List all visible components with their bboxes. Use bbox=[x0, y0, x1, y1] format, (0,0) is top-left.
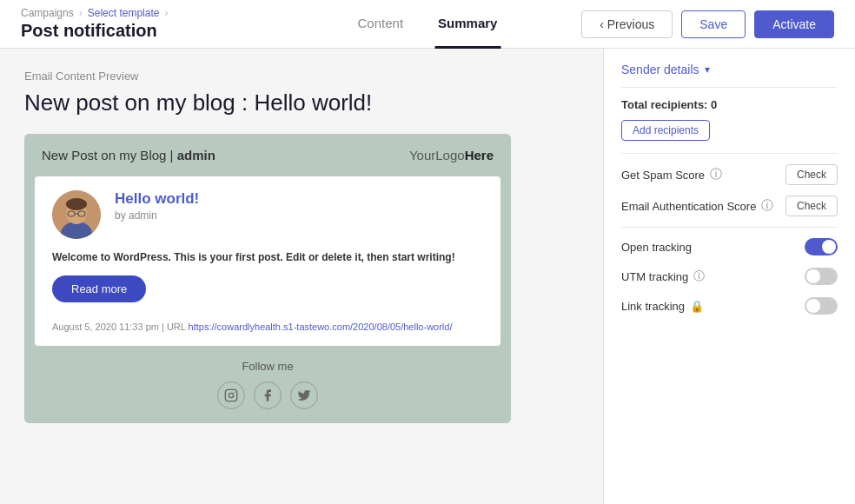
utm-tracking-label: UTM tracking ⓘ bbox=[621, 269, 705, 284]
top-actions: ‹ Previous Save Activate bbox=[581, 10, 834, 38]
spam-score-row: Get Spam Score ⓘ Check bbox=[621, 164, 838, 185]
social-icons bbox=[38, 381, 497, 409]
add-recipients-button[interactable]: Add recipients bbox=[621, 120, 710, 141]
save-button[interactable]: Save bbox=[681, 10, 746, 38]
avatar-svg bbox=[52, 190, 101, 239]
svg-point-9 bbox=[234, 392, 235, 393]
blog-title-plain: New Post on my Blog | bbox=[42, 148, 177, 162]
breadcrumb-campaigns[interactable]: Campaigns bbox=[21, 7, 74, 19]
post-meta-url-label: URL bbox=[167, 322, 186, 332]
instagram-icon[interactable] bbox=[217, 381, 245, 409]
auth-score-label-text: Email Authentication Score bbox=[621, 200, 756, 213]
link-tracking-toggle[interactable] bbox=[805, 297, 838, 315]
recipients-label: Total recipients: 0 bbox=[621, 98, 717, 111]
email-card: New Post on my Blog | admin YourLogoHere bbox=[24, 134, 511, 423]
top-nav: Campaigns › Select template › Post notif… bbox=[0, 0, 855, 49]
spam-score-label: Get Spam Score ⓘ bbox=[621, 167, 722, 182]
email-body: Hello world! by admin Welcome to WordPre… bbox=[35, 176, 500, 346]
open-tracking-toggle[interactable] bbox=[805, 238, 838, 255]
post-content-strong: Welcome to WordPress. This is your first… bbox=[52, 251, 455, 263]
email-subject: New post on my blog : Hello world! bbox=[24, 90, 579, 116]
spam-check-button[interactable]: Check bbox=[785, 164, 838, 185]
recipients-row: Total recipients: 0 bbox=[621, 98, 838, 111]
chevron-down-icon: ▾ bbox=[705, 63, 710, 76]
avatar bbox=[52, 190, 101, 239]
utm-tracking-label-text: UTM tracking bbox=[621, 270, 688, 283]
email-card-header: New Post on my Blog | admin YourLogoHere bbox=[24, 134, 511, 176]
right-panel: Sender details ▾ Total recipients: 0 Add… bbox=[603, 49, 855, 504]
post-content-row: Hello world! by admin bbox=[52, 190, 483, 239]
activate-button[interactable]: Activate bbox=[754, 10, 834, 38]
breadcrumb-select-template[interactable]: Select template bbox=[88, 7, 160, 19]
follow-me-text: Follow me bbox=[38, 360, 497, 373]
divider-1 bbox=[621, 87, 838, 88]
link-tracking-label: Link tracking 🔒 bbox=[621, 300, 704, 313]
auth-check-button[interactable]: Check bbox=[785, 196, 838, 216]
recipients-count: 0 bbox=[711, 98, 717, 111]
post-title[interactable]: Hello world! bbox=[115, 190, 199, 207]
post-meta-date: August 5, 2020 11:33 pm bbox=[52, 322, 159, 332]
previous-button[interactable]: ‹ Previous bbox=[581, 10, 673, 38]
breadcrumb: Campaigns › Select template › Post notif… bbox=[21, 7, 168, 41]
total-recipients-label-text: Total recipients: bbox=[621, 98, 707, 111]
breadcrumb-sep-1: › bbox=[79, 7, 83, 19]
spam-score-label-text: Get Spam Score bbox=[621, 169, 705, 182]
sender-details-header[interactable]: Sender details ▾ bbox=[621, 63, 838, 76]
logo-text: YourLogoHere bbox=[409, 148, 494, 162]
svg-rect-7 bbox=[225, 389, 236, 401]
post-meta-url[interactable]: https://cowardlyhealth.s1-tastewo.com/20… bbox=[189, 322, 453, 332]
page-title: Post notification bbox=[21, 21, 168, 41]
open-tracking-row: Open tracking bbox=[621, 238, 838, 255]
sender-details-label: Sender details bbox=[621, 63, 699, 76]
open-tracking-label: Open tracking bbox=[621, 241, 692, 254]
breadcrumb-trail: Campaigns › Select template › bbox=[21, 7, 168, 19]
link-tracking-label-text: Link tracking bbox=[621, 300, 685, 313]
main-layout: Email Content Preview New post on my blo… bbox=[0, 49, 855, 504]
post-text: Welcome to WordPress. This is your first… bbox=[52, 249, 483, 265]
read-more-button[interactable]: Read more bbox=[52, 275, 146, 302]
email-footer: Follow me bbox=[24, 346, 511, 423]
auth-info-icon: ⓘ bbox=[761, 198, 773, 214]
link-tracking-row: Link tracking 🔒 bbox=[621, 297, 838, 315]
svg-point-8 bbox=[229, 393, 233, 397]
utm-tracking-toggle[interactable] bbox=[805, 268, 838, 285]
spam-info-icon: ⓘ bbox=[710, 167, 722, 182]
breadcrumb-sep-2: › bbox=[164, 7, 168, 19]
facebook-icon[interactable] bbox=[254, 381, 282, 409]
tabs-center: Content Summary bbox=[355, 0, 501, 49]
svg-point-3 bbox=[66, 198, 87, 210]
link-tracking-toggle-knob bbox=[806, 299, 820, 313]
divider-3 bbox=[621, 227, 838, 228]
tab-content[interactable]: Content bbox=[355, 0, 408, 49]
blog-title: New Post on my Blog | admin bbox=[42, 148, 215, 162]
link-info-icon: 🔒 bbox=[690, 300, 704, 313]
post-meta: August 5, 2020 11:33 pm | URL https://co… bbox=[52, 322, 483, 332]
post-author: by admin bbox=[115, 209, 199, 222]
content-area: Email Content Preview New post on my blo… bbox=[0, 49, 603, 504]
twitter-icon[interactable] bbox=[290, 381, 318, 409]
auth-score-label: Email Authentication Score ⓘ bbox=[621, 198, 773, 214]
blog-title-bold: admin bbox=[177, 148, 215, 162]
utm-tracking-toggle-knob bbox=[806, 269, 820, 283]
open-tracking-label-text: Open tracking bbox=[621, 241, 692, 254]
logo-plain: YourLogo bbox=[409, 148, 465, 162]
email-preview-label: Email Content Preview bbox=[24, 70, 579, 83]
post-info: Hello world! by admin bbox=[115, 190, 199, 222]
tab-summary[interactable]: Summary bbox=[434, 0, 500, 49]
auth-score-row: Email Authentication Score ⓘ Check bbox=[621, 196, 838, 216]
open-tracking-toggle-knob bbox=[822, 240, 836, 254]
utm-tracking-row: UTM tracking ⓘ bbox=[621, 268, 838, 285]
logo-bold: Here bbox=[465, 148, 494, 162]
divider-2 bbox=[621, 153, 838, 154]
utm-info-icon: ⓘ bbox=[693, 269, 705, 284]
